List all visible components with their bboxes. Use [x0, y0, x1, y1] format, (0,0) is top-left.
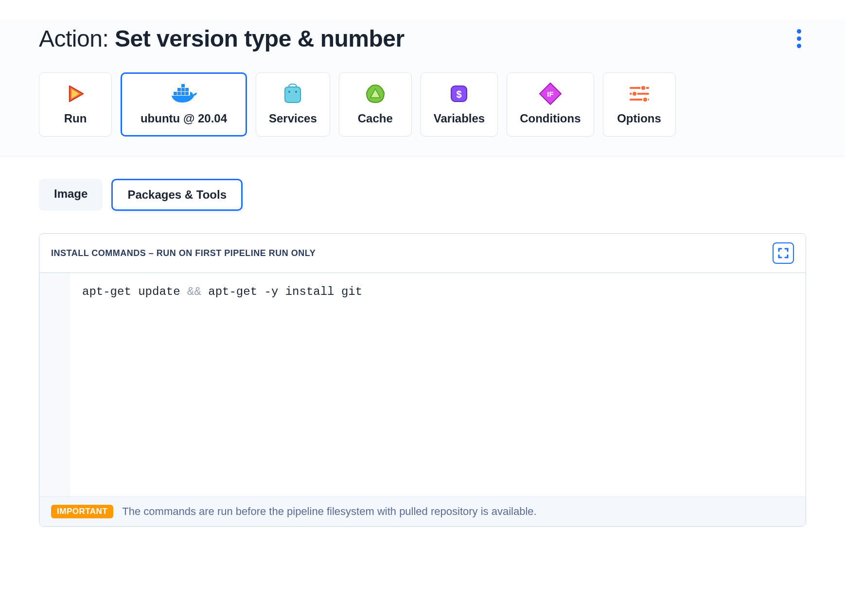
page-title-main: Set version type & number	[115, 26, 405, 51]
svg-point-9	[295, 91, 297, 93]
svg-point-17	[632, 91, 637, 96]
install-commands-panel: Install commands – run on first pipeline…	[39, 233, 806, 527]
docker-icon	[170, 83, 198, 105]
important-badge: IMPORTANT	[51, 505, 113, 518]
shield-triangle-icon	[365, 83, 386, 105]
svg-point-8	[288, 91, 290, 93]
svg-text:$: $	[457, 89, 462, 100]
tab-conditions-label: Conditions	[520, 112, 581, 125]
page-title: Action: Set version type & number	[39, 25, 405, 52]
subtab-packages[interactable]: Packages & Tools	[111, 179, 243, 211]
svg-rect-1	[177, 92, 181, 95]
editor-gutter	[39, 273, 70, 496]
svg-rect-5	[181, 88, 185, 91]
kebab-menu-button[interactable]	[792, 24, 806, 53]
tab-cache-label: Cache	[358, 112, 393, 125]
play-icon	[65, 83, 86, 105]
svg-point-18	[643, 97, 648, 102]
tab-environment[interactable]: ubuntu @ 20.04	[121, 72, 247, 137]
tab-environment-label: ubuntu @ 20.04	[141, 112, 227, 125]
tab-cache[interactable]: Cache	[339, 72, 412, 137]
svg-rect-3	[185, 92, 189, 95]
main-tabs: Run ubuntu @ 20.04	[39, 72, 806, 137]
tab-services-label: Services	[269, 112, 317, 125]
sub-tabs: Image Packages & Tools	[39, 179, 806, 211]
page-title-prefix: Action:	[39, 26, 115, 51]
expand-icon	[777, 247, 789, 259]
editor-header-label: Install commands – run on first pipeline…	[51, 248, 316, 258]
svg-point-16	[641, 86, 646, 90]
svg-rect-4	[177, 88, 181, 91]
diamond-if-icon: IF	[539, 83, 562, 105]
bag-icon	[282, 83, 303, 105]
svg-rect-0	[174, 92, 177, 95]
svg-rect-7	[181, 84, 185, 87]
tab-variables-label: Variables	[434, 112, 485, 125]
svg-text:IF: IF	[547, 90, 553, 98]
tab-conditions[interactable]: IF Conditions	[507, 72, 594, 137]
variable-icon: $	[448, 83, 470, 105]
svg-rect-2	[181, 92, 185, 95]
editor-footer-text: The commands are run before the pipeline…	[122, 505, 536, 518]
install-commands-editor[interactable]: apt-get update && apt-get -y install git	[70, 273, 806, 496]
subtab-packages-label: Packages & Tools	[127, 188, 227, 201]
tab-options[interactable]: Options	[603, 72, 676, 137]
expand-editor-button[interactable]	[773, 242, 794, 264]
editor-footer: IMPORTANT The commands are run before th…	[39, 496, 806, 526]
tab-services[interactable]: Services	[256, 72, 330, 137]
subtab-image-label: Image	[54, 187, 88, 200]
tab-options-label: Options	[617, 112, 661, 125]
svg-rect-6	[185, 88, 189, 91]
sliders-icon	[628, 83, 651, 105]
tab-variables[interactable]: $ Variables	[421, 72, 498, 137]
tab-run[interactable]: Run	[39, 72, 112, 137]
tab-run-label: Run	[64, 112, 87, 125]
subtab-image[interactable]: Image	[39, 179, 103, 211]
